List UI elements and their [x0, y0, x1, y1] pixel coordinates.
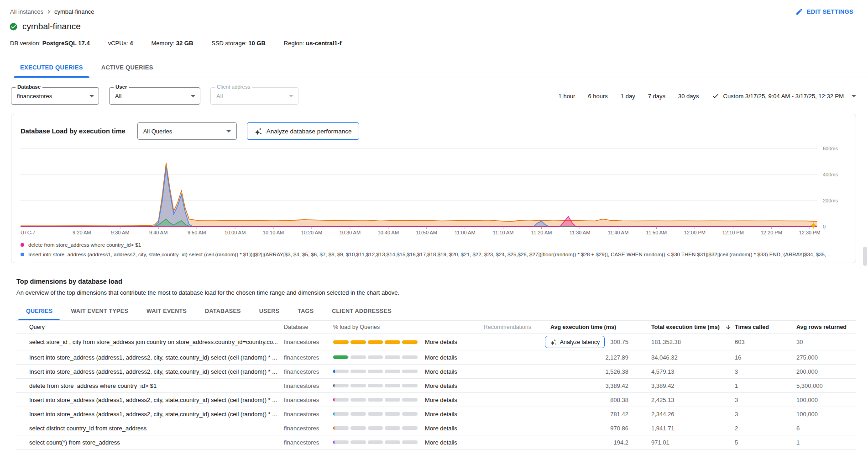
load-bar-fill: [333, 426, 335, 430]
times-called-cell: 16: [735, 354, 796, 361]
x-axis-label: 10:00 AM: [225, 230, 246, 235]
query-text[interactable]: Insert into store_address (address1, add…: [16, 397, 284, 403]
load-cell: More details: [333, 425, 475, 432]
analyze-latency-button[interactable]: Analyze latency: [545, 336, 605, 348]
dimension-tab-wait-event-types[interactable]: WAIT EVENT TYPES: [62, 302, 137, 320]
legend-item: delete from store_address where country_…: [21, 242, 847, 248]
total-execution-time-cell: 4,579.13: [637, 368, 735, 375]
column-header-label: Query: [29, 324, 45, 330]
query-text[interactable]: select distinct country_id from store_ad…: [16, 425, 284, 432]
avg-execution-time-value: 970.86: [610, 425, 628, 432]
more-details-link[interactable]: More details: [425, 354, 457, 361]
avg-execution-time-value: 194.2: [613, 439, 628, 446]
database-cell: financestores: [284, 339, 333, 345]
meta-label: Region:: [284, 40, 306, 47]
spark-icon: [254, 127, 262, 135]
more-details-link[interactable]: More details: [425, 382, 457, 389]
database-filter[interactable]: Database financestores: [11, 87, 99, 105]
times-called-cell: 3: [735, 397, 796, 403]
tab-active-queries[interactable]: ACTIVE QUERIES: [92, 57, 162, 78]
load-bar-segment: [402, 340, 418, 344]
load-bar-segment: [368, 426, 383, 430]
chart-y-axis: 600ms400ms200ms0: [817, 146, 847, 237]
load-bar-segment: [368, 412, 383, 416]
more-details-link[interactable]: More details: [425, 439, 457, 446]
x-axis-label: 12:10 PM: [722, 230, 744, 235]
more-details-link[interactable]: More details: [425, 397, 457, 403]
total-execution-time-cell: 3,389.42: [637, 382, 735, 389]
load-bar: [333, 370, 418, 373]
more-details-link[interactable]: More details: [425, 425, 457, 432]
chart-title: Database Load by execution time: [21, 127, 125, 135]
spark-icon: [550, 339, 557, 345]
total-execution-time-cell: 181,352.38: [637, 339, 735, 345]
query-text[interactable]: Insert into store_address (address1, add…: [16, 368, 284, 375]
more-details-link[interactable]: More details: [425, 368, 457, 375]
analyze-database-performance-button[interactable]: Analyze database performance: [247, 122, 359, 140]
load-bar-segment: [402, 370, 418, 373]
more-details-link[interactable]: More details: [425, 339, 457, 345]
timezone-label: UTC-7: [21, 230, 35, 235]
load-bar: [333, 340, 418, 344]
user-filter[interactable]: User All: [109, 87, 200, 105]
avg-execution-time-value: 2,127.89: [605, 354, 628, 361]
load-bar-segment: [368, 355, 383, 359]
table-row: select store_id , city from store_addres…: [16, 334, 856, 350]
query-filter-select[interactable]: All Queries: [137, 122, 237, 140]
dimension-tab-tags[interactable]: TAGS: [288, 302, 323, 320]
avg-execution-time-cell: 3,389.42: [539, 382, 637, 389]
query-text[interactable]: select store_id , city from store_addres…: [16, 339, 284, 345]
x-axis-label: 11:00 AM: [455, 230, 476, 235]
breadcrumb-all-instances[interactable]: All instances: [10, 8, 43, 15]
meta-value: 32 GB: [176, 40, 193, 47]
dropdown-arrow-icon: [226, 130, 231, 132]
time-range-6-hours[interactable]: 6 hours: [588, 93, 607, 100]
query-text[interactable]: delete from store_address where country_…: [16, 382, 284, 389]
avg-execution-time-value: 781.42: [610, 411, 628, 418]
time-range-1-day[interactable]: 1 day: [621, 93, 635, 100]
query-text[interactable]: Insert into store_address (address1, add…: [16, 411, 284, 418]
custom-time-range-label: Custom 3/17/25, 9:04 AM - 3/17/25, 12:32…: [723, 93, 844, 100]
dimension-tab-databases[interactable]: DATABASES: [196, 302, 250, 320]
dropdown-arrow-icon: [89, 95, 94, 97]
avg-rows-returned-cell: 6: [796, 425, 856, 432]
load-bar-fill: [333, 412, 335, 416]
custom-time-range[interactable]: Custom 3/17/25, 9:04 AM - 3/17/25, 12:32…: [712, 92, 857, 100]
dimension-tab-users[interactable]: USERS: [250, 302, 289, 320]
x-axis-label: 12:20 PM: [761, 230, 782, 235]
x-axis-label: 9:40 AM: [149, 230, 167, 235]
column-header-avg-execution-time-ms: Avg execution time (ms): [539, 324, 637, 330]
dimension-tab-wait-events[interactable]: WAIT EVENTS: [137, 302, 196, 320]
x-axis-label: 11:30 AM: [570, 230, 591, 235]
avg-execution-time-cell: 970.86: [539, 425, 637, 432]
edit-settings-button[interactable]: EDIT SETTINGS: [793, 7, 856, 16]
database-cell: financestores: [284, 411, 333, 418]
query-text[interactable]: Insert into store_address (address1, add…: [16, 354, 284, 361]
dimension-tab-queries[interactable]: QUERIES: [16, 302, 62, 320]
more-details-link[interactable]: More details: [425, 411, 457, 418]
time-range-30-days[interactable]: 30 days: [678, 93, 699, 100]
load-bar-segment: [385, 370, 400, 373]
column-header-label: Times called: [735, 324, 769, 330]
table-row: select distinct country_id from store_ad…: [16, 421, 856, 435]
column-header-total-execution-time-ms[interactable]: Total execution time (ms): [637, 324, 735, 330]
x-axis-label: 11:40 AM: [608, 230, 629, 235]
legend-label: Insert into store_address (address1, add…: [28, 252, 832, 257]
query-text[interactable]: select count(*) from store_address: [16, 439, 284, 446]
legend-dot-icon: [21, 253, 24, 256]
x-axis-label: 9:20 AM: [73, 230, 91, 235]
tab-executed-queries[interactable]: EXECUTED QUERIES: [11, 57, 92, 78]
dimension-tab-client-addresses[interactable]: CLIENT ADDRESSES: [323, 302, 401, 320]
time-range-7-days[interactable]: 7 days: [648, 93, 665, 100]
client-address-filter-value: All: [216, 93, 285, 100]
time-range-1-hour[interactable]: 1 hour: [559, 93, 575, 100]
instance-header: cymbal-finance: [0, 16, 868, 32]
times-called-cell: 3: [735, 411, 796, 418]
load-bar-segment: [333, 412, 349, 416]
load-bar-segment: [368, 370, 383, 373]
load-bar-segment: [385, 398, 400, 402]
database-cell: financestores: [284, 397, 333, 403]
chart-series-line: [21, 167, 817, 227]
chart-plot-area[interactable]: UTC-79:20 AM9:30 AM9:40 AM9:50 AM10:00 A…: [21, 146, 817, 237]
scrollbar-thumb[interactable]: [863, 247, 867, 266]
